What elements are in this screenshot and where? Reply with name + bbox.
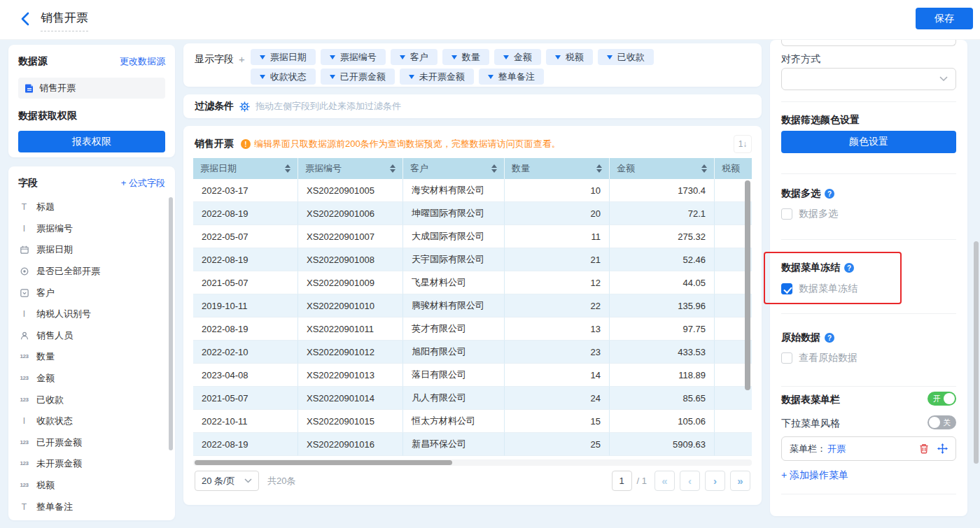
display-field-chip[interactable]: 数量 <box>442 49 489 65</box>
field-item[interactable]: 123未开票金额 <box>18 453 165 475</box>
field-item[interactable]: 票据日期 <box>18 239 165 261</box>
page-title: 销售开票 <box>41 10 88 31</box>
column-header[interactable]: 客户 <box>403 158 505 179</box>
display-field-chip[interactable]: 整单备注 <box>479 69 544 85</box>
field-item[interactable]: 123税额 <box>18 475 165 497</box>
table-row[interactable]: 2022-08-19XS20220901008天宇国际有限公司2152.46 <box>193 248 752 271</box>
first-page-button[interactable]: « <box>654 471 675 491</box>
fields-scrollbar[interactable] <box>169 197 173 450</box>
divider <box>781 239 956 240</box>
sort-carets-icon[interactable] <box>697 164 707 173</box>
field-item[interactable]: I票据编号 <box>18 218 165 240</box>
table-vertical-scrollbar[interactable] <box>745 180 750 390</box>
menubar-item[interactable]: 菜单栏： 开票 <box>781 436 956 461</box>
dropdown-style-toggle-off[interactable]: 关 <box>927 415 956 429</box>
table-cell: 恒太方材料公司 <box>403 410 505 433</box>
table-cell: 97.75 <box>610 317 715 341</box>
align-select[interactable] <box>781 68 956 90</box>
field-item[interactable]: 销售人员 <box>18 325 165 347</box>
page-scrollbar[interactable] <box>974 241 979 464</box>
display-field-chip[interactable]: 票据编号 <box>321 49 386 65</box>
sort-carets-icon[interactable] <box>592 164 602 173</box>
field-label: 已开票金额 <box>36 436 82 449</box>
display-field-chip[interactable]: 金额 <box>494 49 541 65</box>
column-header[interactable]: 税额 <box>715 158 752 179</box>
table-row[interactable]: 2022-05-07XS20220901007大成国际有限公司11275.32 <box>193 225 752 248</box>
display-field-chip[interactable]: 客户 <box>391 49 438 65</box>
field-item[interactable]: T标题 <box>18 197 165 218</box>
table-row[interactable]: 2022-08-19XS20220901011英才有限公司1397.75 <box>193 317 752 341</box>
table-row[interactable]: 2019-10-11XS20220901010腾骏材料有限公司22135.96 <box>193 294 752 317</box>
change-datasource-link[interactable]: 更改数据源 <box>120 55 165 68</box>
sort-carets-icon[interactable] <box>281 164 290 173</box>
table-row[interactable]: 2022-03-17XS20220901005海安材料有限公司101730.4 <box>193 179 752 202</box>
prev-page-button[interactable]: ‹ <box>680 471 700 491</box>
table-cell: 275.32 <box>610 225 715 248</box>
field-item[interactable]: 123已收款 <box>18 389 165 411</box>
field-item[interactable]: I纳税人识别号 <box>18 304 165 325</box>
table-row[interactable]: 2023-04-08XS20220901013落日有限公司14118.89 <box>193 364 752 387</box>
table-cell <box>715 410 752 433</box>
field-item[interactable]: 123数量 <box>18 346 165 368</box>
last-page-button[interactable]: » <box>730 471 750 491</box>
datasource-item[interactable]: 销售开票 <box>18 78 165 99</box>
number-icon: 123 <box>18 483 30 488</box>
table-cell: 20 <box>505 202 610 225</box>
sort-order-icon[interactable]: 1↓ <box>734 135 752 153</box>
column-header[interactable]: 票据编号 <box>298 158 403 179</box>
add-action-menu-link[interactable]: + 添加操作菜单 <box>781 469 956 482</box>
sort-carets-icon[interactable] <box>487 164 497 173</box>
add-display-field-icon[interactable]: + <box>239 53 245 81</box>
save-button[interactable]: 保存 <box>916 8 973 29</box>
table-cell: 2022-03-17 <box>193 179 298 202</box>
help-icon[interactable]: ? <box>844 263 854 273</box>
next-page-button[interactable]: › <box>705 471 725 491</box>
column-header[interactable]: 金额 <box>610 158 715 179</box>
display-field-chip[interactable]: 已收款 <box>598 49 654 65</box>
table-row[interactable]: 2022-10-11XS20220901015恒太方材料公司15105.06 <box>193 410 752 433</box>
move-icon[interactable] <box>937 443 948 454</box>
page-number-input[interactable] <box>612 471 632 491</box>
table-row[interactable]: 2022-08-19XS20220901006坤曜国际有限公司2072.1 <box>193 202 752 225</box>
back-icon[interactable] <box>18 10 34 27</box>
display-field-chip[interactable]: 收款状态 <box>251 69 316 85</box>
display-field-chip[interactable]: 未开票金额 <box>400 69 474 85</box>
column-header[interactable]: 数量 <box>505 158 610 179</box>
field-item[interactable]: T整单备注 <box>18 496 165 518</box>
table-cell: 118.89 <box>610 364 715 387</box>
raw-data-checkbox[interactable] <box>781 352 792 364</box>
raw-data-checkbox-row[interactable]: 查看原始数据 <box>781 352 956 364</box>
display-field-chip[interactable]: 票据日期 <box>251 49 316 65</box>
trash-icon[interactable] <box>919 443 929 454</box>
field-item[interactable]: 123金额 <box>18 368 165 390</box>
display-field-chip[interactable]: 税额 <box>546 49 593 65</box>
table-horizontal-scrollbar[interactable] <box>195 460 452 465</box>
gear-icon[interactable] <box>239 101 250 112</box>
formula-field-link[interactable]: + 公式字段 <box>121 177 165 190</box>
table-row[interactable]: 2022-02-10XS20220901012旭阳有限公司23433.53 <box>193 341 752 364</box>
table-row[interactable]: 2022-08-19XS20220901016新昌环保公司255909.63 <box>193 433 752 456</box>
field-item[interactable]: 客户 <box>18 282 165 304</box>
report-permission-button[interactable]: 报表权限 <box>18 131 165 152</box>
sort-carets-icon[interactable] <box>386 164 396 173</box>
fields-list: T标题I票据编号票据日期是否已全部开票客户I纳税人识别号销售人员123数量123… <box>18 197 165 518</box>
multiselect-checkbox-row[interactable]: 数据多选 <box>781 208 956 220</box>
field-item[interactable]: 123已开票金额 <box>18 432 165 454</box>
table-cell: XS20220901010 <box>298 294 403 317</box>
column-header[interactable]: 票据日期 <box>193 158 298 179</box>
freeze-checkbox-row[interactable]: 数据菜单冻结 <box>781 283 956 295</box>
freeze-checkbox[interactable] <box>781 283 792 294</box>
menubar-toggle-on[interactable]: 开 <box>927 392 956 406</box>
chevron-down-icon <box>503 55 509 59</box>
field-item[interactable]: 是否已全部开票 <box>18 261 165 283</box>
chip-label: 未开票金额 <box>419 71 465 83</box>
field-item[interactable]: I收款状态 <box>18 411 165 432</box>
multiselect-checkbox[interactable] <box>781 208 792 220</box>
display-field-chip[interactable]: 已开票金额 <box>321 69 395 85</box>
help-icon[interactable]: ? <box>825 189 834 199</box>
color-settings-button[interactable]: 颜色设置 <box>781 131 956 153</box>
table-row[interactable]: 2021-05-07XS20220901009飞星材料公司1244.05 <box>193 271 752 294</box>
table-row[interactable]: 2021-05-07XS20220901014凡人有限公司2485.65 <box>193 387 752 410</box>
help-icon[interactable]: ? <box>825 333 834 343</box>
page-size-select[interactable]: 20 条/页 <box>195 471 259 491</box>
